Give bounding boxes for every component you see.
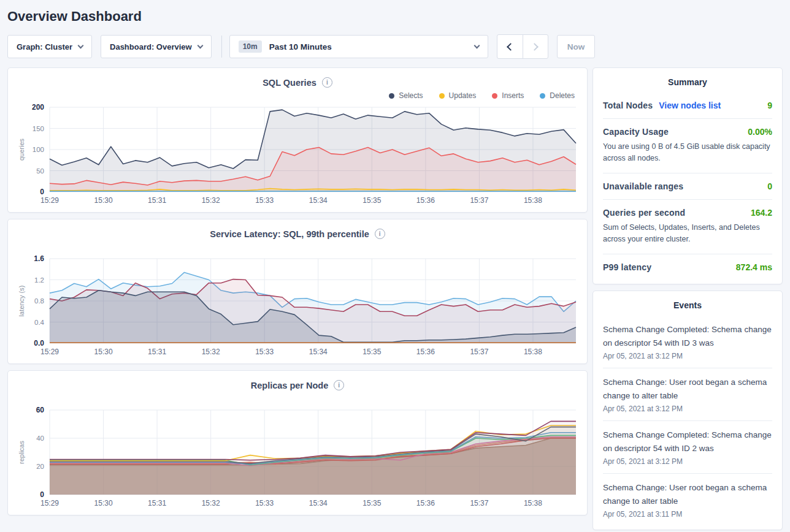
chevron-down-icon (197, 42, 203, 48)
summary-row-p99-latency: P99 latency 872.4 ms (603, 254, 772, 280)
svg-text:60: 60 (36, 406, 45, 414)
svg-text:15:34: 15:34 (309, 348, 328, 356)
chart-title: SQL Queries (263, 78, 316, 88)
chart-legend: SelectsUpdatesInsertsDeletes (15, 90, 575, 101)
svg-text:1.6: 1.6 (34, 254, 44, 263)
svg-text:15:38: 15:38 (524, 196, 542, 205)
legend-item-deletes[interactable]: Deletes (540, 91, 575, 100)
svg-text:1.2: 1.2 (34, 276, 44, 284)
svg-text:20: 20 (36, 463, 44, 470)
svg-text:15:35: 15:35 (362, 196, 381, 205)
legend-dot (492, 93, 497, 99)
legend-dot (439, 93, 445, 99)
legend-item-selects[interactable]: Selects (389, 91, 423, 100)
toolbar-divider (221, 36, 222, 58)
summary-value: 0 (767, 181, 772, 191)
event-message[interactable]: Schema Change: User root began a schema … (603, 376, 772, 403)
svg-text:15:33: 15:33 (255, 348, 274, 356)
event-item: Schema Change: User root began a schema … (603, 473, 772, 526)
prev-range-button[interactable] (497, 35, 523, 58)
svg-text:15:36: 15:36 (416, 196, 435, 205)
series-area-node-purple (50, 421, 576, 495)
event-message[interactable]: Schema Change Completed: Schema change o… (603, 428, 772, 455)
summary-title: Summary (603, 68, 772, 93)
summary-label: Queries per second (603, 208, 685, 218)
svg-text:15:30: 15:30 (94, 499, 113, 507)
chevron-right-icon (531, 43, 539, 51)
svg-text:15:36: 15:36 (416, 499, 435, 507)
sql-queries-chart[interactable]: 05010015020015:2915:3015:3115:3215:3315:… (15, 102, 581, 207)
svg-text:15:34: 15:34 (309, 196, 328, 205)
svg-text:15:38: 15:38 (524, 499, 542, 507)
svg-text:15:31: 15:31 (148, 196, 166, 205)
svg-text:40: 40 (36, 435, 44, 442)
svg-text:15:32: 15:32 (202, 499, 220, 507)
event-timestamp: Apr 05, 2021 at 3:11 PM (603, 510, 772, 519)
info-icon[interactable]: i (375, 229, 385, 239)
toolbar: Graph: Cluster Dashboard: Overview 10m P… (0, 28, 790, 67)
event-timestamp: Apr 05, 2021 at 3:12 PM (603, 457, 772, 466)
event-timestamp: Apr 05, 2021 at 3:12 PM (603, 352, 772, 360)
summary-row-unavailable-ranges: Unavailable ranges 0 (603, 173, 772, 199)
svg-text:15:38: 15:38 (524, 348, 542, 356)
summary-panel: Summary Total Nodes View nodes list 9 Ca… (592, 67, 783, 284)
info-icon[interactable]: i (322, 77, 332, 88)
summary-value: 164.2 (751, 208, 772, 218)
dashboard-dropdown[interactable]: Dashboard: Overview (101, 35, 212, 58)
event-item: Schema Change: User root began a schema … (603, 368, 772, 420)
svg-text:100: 100 (33, 146, 44, 153)
summary-label: Capacity Usage (603, 127, 669, 137)
summary-subtext: Sum of Selects, Updates, Inserts, and De… (603, 222, 772, 246)
summary-label: Total Nodes (603, 101, 653, 110)
svg-text:0.8: 0.8 (34, 297, 44, 305)
summary-subtext: You are using 0 B of 4.5 GiB usable disk… (603, 141, 772, 165)
legend-dot (540, 93, 545, 99)
time-range-selector[interactable]: 10m Past 10 Minutes (229, 35, 488, 58)
replicas-per-node-chart-panel: Replicas per Node i 020406015:2915:3015:… (7, 370, 588, 515)
svg-text:15:36: 15:36 (416, 348, 435, 356)
chart-title: Service Latency: SQL, 99th percentile (210, 229, 369, 239)
service-latency-chart[interactable]: 0.00.40.81.21.615:2915:3015:3115:3215:33… (15, 254, 581, 358)
next-range-button[interactable] (523, 35, 548, 58)
svg-text:15:37: 15:37 (470, 196, 488, 205)
event-timestamp: Apr 05, 2021 at 3:12 PM (603, 405, 772, 413)
svg-text:200: 200 (32, 103, 44, 112)
service-latency-chart-panel: Service Latency: SQL, 99th percentile i … (7, 219, 588, 364)
svg-text:15:31: 15:31 (148, 499, 166, 507)
view-nodes-list-link[interactable]: View nodes list (659, 101, 721, 110)
events-title: Events (603, 291, 772, 316)
legend-item-updates[interactable]: Updates (439, 91, 477, 100)
svg-text:15:32: 15:32 (202, 348, 220, 356)
event-message[interactable]: Schema Change Completed: Schema change o… (603, 323, 772, 350)
svg-text:15:35: 15:35 (362, 348, 381, 356)
replicas-per-node-chart[interactable]: 020406015:2915:3015:3115:3215:3315:3415:… (15, 405, 581, 509)
svg-text:15:29: 15:29 (40, 196, 59, 205)
svg-text:0: 0 (40, 188, 44, 196)
range-duration-chip: 10m (239, 40, 262, 53)
svg-text:0.4: 0.4 (34, 319, 45, 326)
summary-label: Unavailable ranges (603, 181, 683, 191)
svg-text:15:29: 15:29 (40, 499, 59, 507)
event-message[interactable]: Schema Change: User root began a schema … (603, 481, 772, 508)
chevron-down-icon (78, 42, 84, 48)
dashboard-dropdown-label: Dashboard: Overview (110, 42, 192, 51)
graph-dropdown[interactable]: Graph: Cluster (7, 35, 92, 58)
summary-row-capacity-usage: Capacity Usage 0.00% You are using 0 B o… (603, 118, 772, 173)
svg-text:latency (s): latency (s) (18, 286, 25, 317)
legend-item-inserts[interactable]: Inserts (492, 91, 524, 100)
svg-text:15:34: 15:34 (309, 499, 328, 507)
info-icon[interactable]: i (334, 380, 344, 390)
svg-text:15:31: 15:31 (148, 348, 166, 356)
event-item: Schema Change Completed: Schema change o… (603, 420, 772, 473)
svg-text:15:30: 15:30 (94, 348, 113, 356)
summary-row-total-nodes: Total Nodes View nodes list 9 (603, 93, 772, 118)
summary-value: 9 (767, 101, 772, 110)
chevron-down-icon (474, 42, 480, 48)
svg-text:queries: queries (18, 138, 25, 161)
now-button[interactable]: Now (557, 35, 596, 58)
svg-text:15:30: 15:30 (94, 196, 113, 205)
summary-row-queries-per-second: Queries per second 164.2 Sum of Selects,… (603, 199, 772, 254)
sql-queries-chart-panel: SQL Queries i SelectsUpdatesInsertsDelet… (7, 67, 588, 213)
legend-dot (389, 93, 394, 99)
summary-value: 872.4 ms (736, 262, 772, 272)
